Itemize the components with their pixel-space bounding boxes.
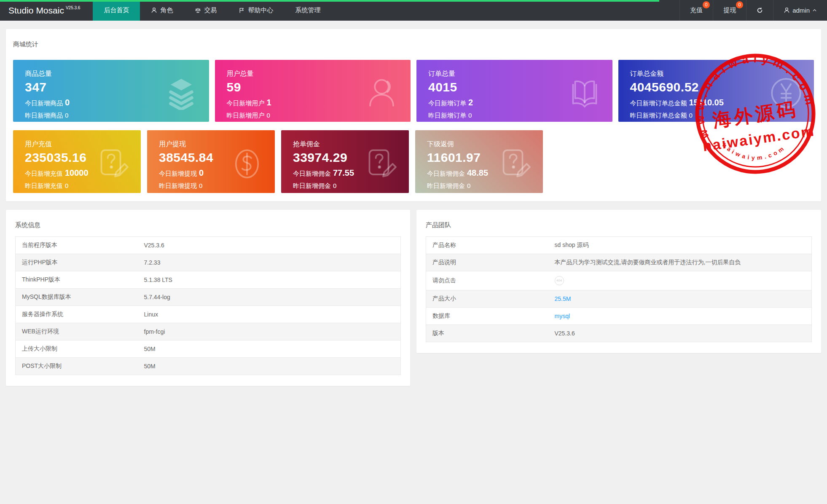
stat-line-label: 昨日新增用户 (227, 112, 265, 119)
stat-card-users: 用户总量59今日新增用户1昨日新增用户0 (215, 60, 411, 122)
nav-flag-icon (239, 7, 245, 13)
stat-card-icon-wrap (769, 76, 803, 110)
stat-line-value: 48.85 (467, 168, 488, 177)
product-team-title: 产品团队 (426, 221, 812, 229)
table-row: ThinkPHP版本5.1.38 LTS (16, 271, 401, 289)
row-value: Linux (138, 306, 401, 323)
progress-bar (0, 0, 659, 2)
value-link[interactable]: 25.5M (555, 295, 571, 302)
table-row: 运行PHP版本7.2.33 (16, 254, 401, 271)
stat-card-yesterday-line: 昨日新增商品0 (25, 112, 209, 120)
stat-line-value: 0 (199, 168, 204, 177)
stat-line-value: 0 (65, 182, 68, 189)
table-row: 当前程序版本V25.3.6 (16, 237, 401, 254)
brand-logo[interactable]: Studio Mosaic V25.3.6 (0, 0, 93, 21)
row-label: ThinkPHP版本 (16, 271, 138, 289)
row-value: sd shop 源码 (548, 237, 812, 254)
book-icon (568, 76, 601, 110)
stat-line-label: 昨日新增佣金 (427, 182, 465, 189)
stat-card-yesterday-line: 昨日新增佣金0 (293, 182, 409, 190)
stat-card-yesterday-line: 昨日新增订单0 (428, 112, 612, 120)
stat-card-yesterday-line: 昨日新增用户0 (227, 112, 411, 120)
nav-person-icon (151, 7, 157, 13)
nav-item-label: 后台首页 (104, 6, 129, 14)
stat-card-icon-wrap (568, 76, 601, 110)
stat-line-label: 昨日新增订单 (428, 112, 466, 119)
stat-card-icon-wrap (364, 147, 398, 180)
stat-card-icon-wrap (96, 147, 130, 180)
stat-line-value: 0 (65, 98, 70, 107)
stat-line-value: 77.55 (333, 168, 354, 177)
row-label: WEB运行环境 (16, 323, 138, 340)
table-row: 数据库mysql (426, 308, 812, 325)
stat-line-value: 0 (267, 112, 270, 119)
stat-line-value: 10000 (65, 168, 89, 177)
nav-item-help[interactable]: 帮助中心 (228, 0, 284, 21)
stat-line-label: 昨日新增商品 (25, 112, 63, 119)
stat-line-label: 今日新增用户 (227, 99, 265, 107)
dollar-icon (230, 147, 264, 180)
stat-line-label: 今日新增提现 (159, 170, 197, 177)
stat-line-value: 1 (267, 98, 271, 107)
top-navbar: Studio Mosaic V25.3.6 后台首页角色交易帮助中心系统管理 充… (0, 0, 827, 21)
stat-line-value: 0 (467, 182, 470, 189)
row-label: POST大小限制 (16, 358, 138, 375)
withdraw-button[interactable]: 提现0 (713, 0, 746, 21)
nav-item-label: 帮助中心 (248, 6, 273, 14)
row-value: 50M (138, 358, 401, 375)
row-value: 404 (548, 271, 812, 290)
row-value: 7.2.33 (138, 254, 401, 271)
row-label: 上传大小限制 (16, 340, 138, 358)
refresh-button[interactable] (746, 0, 773, 21)
nav-item-label: 交易 (204, 6, 217, 14)
stat-card-icon-wrap (164, 76, 198, 110)
stat-line-label: 今日新增充值 (25, 170, 63, 177)
stat-card-grab-commission: 抢单佣金33974.29今日新增佣金77.55昨日新增佣金0 (281, 130, 409, 193)
row-value: V25.3.6 (138, 237, 401, 254)
nav-spacer (331, 0, 679, 21)
table-row: WEB运行环境fpm-fcgi (16, 323, 401, 340)
action-label: 充值 (690, 6, 703, 14)
nav-item-home[interactable]: 后台首页 (93, 0, 140, 21)
user-icon (784, 7, 790, 13)
row-label: MySQL数据库版本 (16, 289, 138, 306)
row-label: 数据库 (426, 308, 548, 325)
table-row: 产品名称sd shop 源码 (426, 237, 812, 254)
stat-card-orders: 订单总量4015今日新增订单2昨日新增订单0 (416, 60, 612, 122)
badge-404[interactable]: 404 (555, 276, 564, 285)
nav-item-label: 系统管理 (295, 6, 320, 14)
row-label: 产品大小 (426, 290, 548, 308)
user-menu[interactable]: admin (773, 0, 827, 21)
stat-line-value: 0 (333, 182, 336, 189)
nav-actions: 充值0提现0 admin (679, 0, 827, 21)
stats-row-1: 商品总量347今日新增商品0昨日新增商品0用户总量59今日新增用户1昨日新增用户… (13, 60, 814, 122)
stat-line-label: 昨日新增佣金 (293, 182, 331, 189)
stat-card-sub-rebate: 下级返佣11601.97今日新增佣金48.85昨日新增佣金0 (415, 130, 543, 193)
system-info-table: 当前程序版本V25.3.6运行PHP版本7.2.33ThinkPHP版本5.1.… (15, 236, 401, 375)
refresh-icon (757, 7, 763, 13)
stat-line-label: 昨日新增提现 (159, 182, 197, 189)
stat-line-label: 今日新增订单 (428, 99, 466, 107)
row-label: 服务器操作系统 (16, 306, 138, 323)
table-row: 请勿点击404 (426, 271, 812, 290)
nav-item-system[interactable]: 系统管理 (284, 0, 331, 21)
shop-stats-panel: 商城统计 商品总量347今日新增商品0昨日新增商品0用户总量59今日新增用户1昨… (6, 29, 821, 201)
nav-menu: 后台首页角色交易帮助中心系统管理 (93, 0, 331, 21)
doc-edit-icon (96, 147, 130, 180)
row-label: 产品名称 (426, 237, 548, 254)
nav-item-roles[interactable]: 角色 (140, 0, 184, 21)
stat-card-yesterday-line: 昨日新增提现0 (159, 182, 275, 190)
stat-line-label: 今日新增佣金 (427, 170, 465, 177)
stat-card-yesterday-line: 昨日新增充值0 (25, 182, 141, 190)
stat-card-icon-wrap (230, 147, 264, 180)
row-value: mysql (548, 308, 812, 325)
notification-badge: 0 (703, 1, 710, 8)
nav-item-trade[interactable]: 交易 (184, 0, 228, 21)
row-label: 当前程序版本 (16, 237, 138, 254)
stat-line-label: 今日新增佣金 (293, 170, 331, 177)
system-info-title: 系统信息 (15, 221, 401, 229)
recharge-button[interactable]: 充值0 (679, 0, 713, 21)
stats-title: 商城统计 (13, 40, 814, 48)
value-link[interactable]: mysql (555, 313, 570, 319)
brand-version: V25.3.6 (66, 5, 80, 10)
